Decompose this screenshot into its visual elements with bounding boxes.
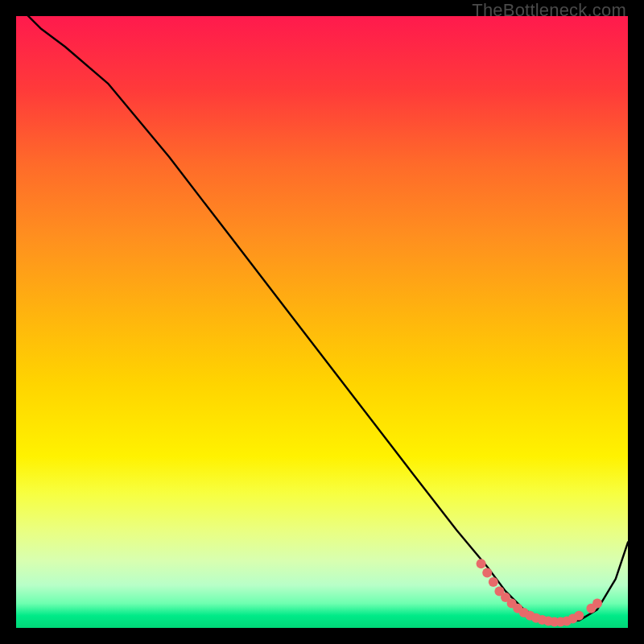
plot-area bbox=[16, 16, 628, 628]
chart-frame: TheBottleneck.com bbox=[0, 0, 644, 644]
optimum-marker bbox=[489, 577, 498, 587]
optimum-marker bbox=[574, 611, 584, 621]
optimum-marker bbox=[592, 599, 602, 609]
optimum-marker bbox=[477, 559, 486, 568]
curve-layer bbox=[16, 16, 628, 628]
optimum-marker bbox=[482, 568, 492, 578]
bottleneck-curve-path bbox=[16, 16, 628, 621]
optimum-markers-group bbox=[477, 559, 602, 626]
